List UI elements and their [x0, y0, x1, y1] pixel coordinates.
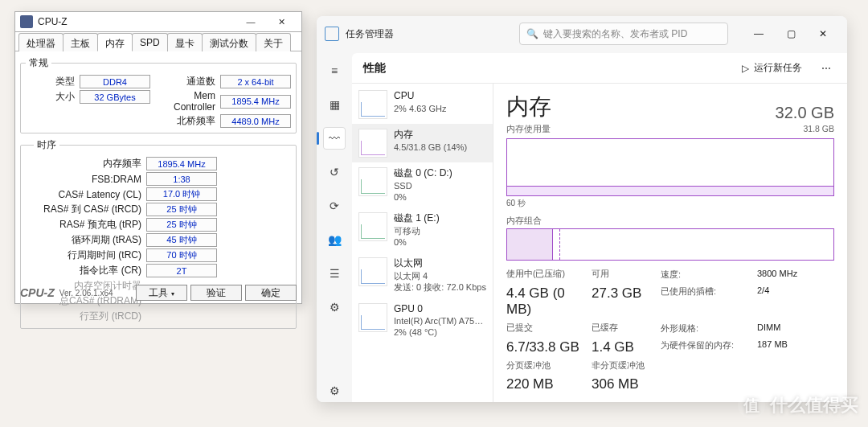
resource-thumb: [358, 257, 387, 286]
timing-value: [146, 310, 217, 323]
timing-value: 1:38: [146, 172, 217, 186]
settings-icon[interactable]: ⚙: [323, 380, 346, 402]
window-buttons: — ▢ ✕: [743, 23, 839, 45]
cpuz-footer: CPU-Z Ver. 2.06.1.x64 工具 验证 确定: [15, 282, 301, 303]
usage-label: 内存使用量: [506, 124, 551, 135]
processes-icon[interactable]: ▦: [323, 93, 346, 116]
services-icon[interactable]: ⚙: [323, 296, 346, 318]
resource-item[interactable]: 磁盘 1 (E:)可移动0%: [352, 207, 493, 253]
resource-item[interactable]: 内存4.5/31.8 GB (14%): [352, 124, 493, 162]
cached-value: 1.4 GB: [592, 339, 661, 355]
form-val: DIMM: [757, 322, 813, 335]
group-general: 常规 类型DDR4 大小32 GBytes 通道数2 x 64-bit Mem …: [20, 56, 297, 133]
commit-value: 6.7/33.8 GB: [506, 339, 592, 355]
cpuz-titlebar[interactable]: CPU-Z — ✕: [15, 12, 301, 32]
timing-value: 45 时钟: [146, 233, 217, 247]
resource-name: 以太网: [394, 257, 486, 270]
cpuz-title: CPU-Z: [38, 16, 235, 27]
resource-sub2: 2% (48 °C): [394, 326, 486, 338]
cpuz-app-icon: [20, 15, 33, 28]
resource-thumb: [358, 167, 387, 196]
detail-title: 内存: [506, 92, 551, 122]
value-memctrl: 1895.4 MHz: [220, 95, 291, 109]
tm-title: 任务管理器: [346, 27, 394, 41]
tab-graphics[interactable]: 显卡: [167, 33, 203, 51]
content-header: 性能 ▷ 运行新任务 ⋯: [352, 53, 847, 84]
minimize-button[interactable]: —: [743, 23, 775, 45]
tab-mainboard[interactable]: 主板: [63, 33, 98, 51]
tab-spd[interactable]: SPD: [132, 33, 168, 51]
tm-titlebar[interactable]: 任务管理器 🔍 键入要搜索的名称、发布者或 PID — ▢ ✕: [317, 16, 847, 51]
tab-bench[interactable]: 测试分数: [202, 33, 256, 51]
memory-detail: 内存 32.0 GB 内存使用量 31.8 GB 60 秒 内存组合 使用中(已…: [493, 84, 847, 402]
performance-icon[interactable]: 〰: [323, 127, 346, 150]
maximize-button[interactable]: ▢: [775, 23, 807, 45]
memory-composition: [506, 228, 834, 261]
cpuz-tabs: 处理器 主板 内存 SPD 显卡 测试分数 关于: [15, 32, 301, 51]
timing-value: 70 时钟: [146, 248, 217, 262]
timing-row: 循环周期 (tRAS)45 时钟: [34, 233, 291, 247]
avail-value: 27.3 GB: [592, 285, 661, 318]
label-nb: 北桥频率: [166, 114, 220, 128]
timing-label: 行至列 (tRCD): [34, 310, 146, 323]
tools-button[interactable]: 工具: [136, 285, 187, 301]
timing-row: 行至列 (tRCD): [34, 310, 291, 323]
startup-icon[interactable]: ⟳: [323, 195, 346, 217]
label-type: 类型: [26, 75, 80, 88]
resource-sub: SSD: [394, 180, 452, 191]
resource-thumb: [358, 129, 387, 158]
memory-stats: 使用中(已压缩) 可用 速度: 3800 MHz 4.4 GB (0 MB) 2…: [506, 269, 834, 392]
resource-list: CPU2% 4.63 GHz内存4.5/31.8 GB (14%)磁盘 0 (C…: [352, 84, 493, 402]
timing-label: RAS# 预充电 (tRP): [34, 218, 146, 232]
tab-about[interactable]: 关于: [256, 33, 291, 51]
resource-item[interactable]: 磁盘 0 (C: D:)SSD0%: [352, 162, 493, 207]
commit-label: 已提交: [506, 322, 592, 335]
tab-memory[interactable]: 内存: [97, 33, 133, 51]
timing-row: FSB:DRAM1:38: [34, 172, 291, 186]
tab-cpu[interactable]: 处理器: [18, 33, 63, 51]
timing-value: 25 时钟: [146, 203, 217, 216]
more-button[interactable]: ⋯: [817, 60, 836, 77]
cpuz-version: Ver. 2.06.1.x64: [59, 289, 133, 298]
hamburger-icon[interactable]: ≡: [323, 60, 346, 82]
timing-label: CAS# Latency (CL): [34, 189, 146, 200]
resource-name: GPU 0: [394, 303, 486, 316]
resource-sub: 4.5/31.8 GB (14%): [394, 142, 467, 153]
label-size: 大小: [26, 90, 80, 104]
resource-item[interactable]: GPU 0Intel(R) Arc(TM) A750...2% (48 °C): [352, 298, 493, 343]
form-key: 外形规格:: [661, 322, 698, 335]
timing-label: RAS# 到 CAS# (tRCD): [34, 203, 146, 216]
validate-button[interactable]: 验证: [190, 285, 242, 301]
resource-item[interactable]: CPU2% 4.63 GHz: [352, 85, 493, 124]
timing-row: 指令比率 (CR)2T: [34, 264, 291, 277]
nav-rail: ≡ ▦ 〰 ↺ ⟳ 👥 ☰ ⚙ ⚙: [317, 51, 352, 402]
resource-sub2: 0%: [394, 236, 440, 248]
speed-key: 速度:: [661, 269, 681, 281]
group-timing-legend: 时序: [34, 138, 59, 152]
close-button[interactable]: ✕: [266, 12, 297, 31]
label-memctrl: Mem Controller: [166, 90, 220, 113]
details-icon[interactable]: ☰: [323, 262, 346, 285]
close-button[interactable]: ✕: [807, 23, 839, 45]
search-input[interactable]: 🔍 键入要搜索的名称、发布者或 PID: [519, 23, 728, 45]
resource-sub2: 0%: [394, 191, 452, 203]
timing-value: 25 时钟: [146, 218, 217, 232]
resource-thumb: [358, 303, 387, 332]
label-channel: 通道数: [166, 75, 220, 88]
timing-row: RAS# 到 CAS# (tRCD)25 时钟: [34, 203, 291, 216]
minimize-button[interactable]: —: [235, 12, 266, 31]
ok-button[interactable]: 确定: [245, 285, 297, 301]
timing-label: 内存频率: [34, 157, 146, 170]
memory-usage-chart: [506, 138, 834, 196]
paged-value: 220 MB: [506, 376, 592, 392]
resource-text: 磁盘 1 (E:)可移动0%: [394, 212, 440, 248]
hw-val: 187 MB: [757, 339, 813, 355]
watermark-text: 什么值得买: [770, 393, 858, 417]
axis-label-60s: 60 秒: [506, 198, 834, 209]
timing-row: 内存频率1895.4 MHz: [34, 157, 291, 170]
slots-val: 2/4: [757, 285, 813, 318]
resource-item[interactable]: 以太网以太网 4发送: 0 接收: 72.0 Kbps: [352, 253, 493, 298]
run-new-task-button[interactable]: ▷ 运行新任务: [734, 58, 810, 78]
users-icon[interactable]: 👥: [323, 228, 346, 251]
history-icon[interactable]: ↺: [323, 161, 346, 183]
